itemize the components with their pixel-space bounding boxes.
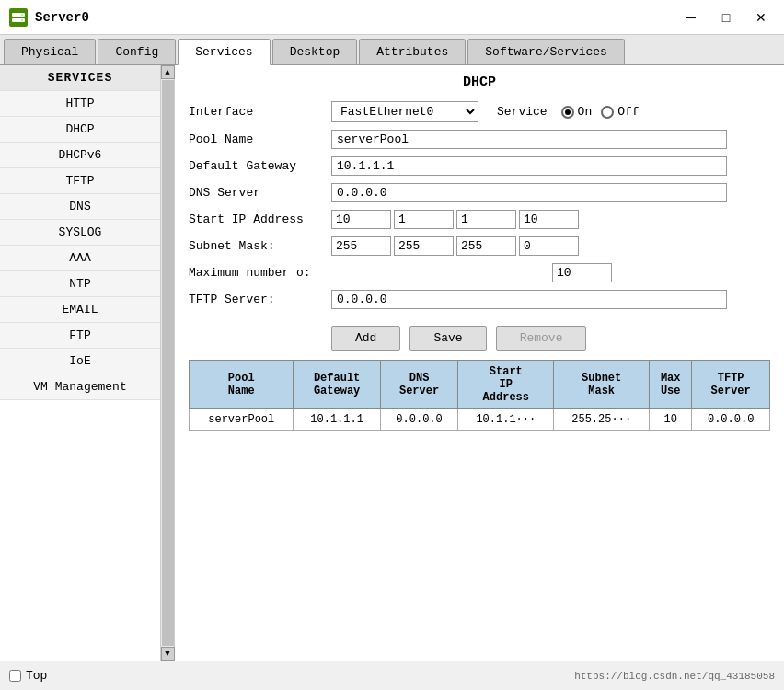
dns-server-input[interactable] xyxy=(331,183,727,202)
tab-attributes[interactable]: Attributes xyxy=(359,39,466,64)
pool-name-label: Pool Name xyxy=(189,132,331,146)
tftp-server-input[interactable] xyxy=(331,290,727,309)
dns-server-label: DNS Server xyxy=(189,186,331,200)
subnet-mask-field-1[interactable] xyxy=(331,236,391,256)
title-bar-controls: ─ □ ✕ xyxy=(677,8,775,27)
start-ip-field-3[interactable] xyxy=(456,210,516,229)
subnet-mask-field-4[interactable] xyxy=(519,236,579,256)
svg-point-2 xyxy=(21,14,23,16)
cell-dns-server: 0.0.0.0 xyxy=(380,409,458,431)
tab-software-services[interactable]: Software/Services xyxy=(467,39,625,64)
service-on-option[interactable]: On xyxy=(561,105,593,119)
subnet-mask-field-3[interactable] xyxy=(456,236,516,256)
sidebar-item-ntp[interactable]: NTP xyxy=(0,271,160,297)
col-subnet-mask: SubnetMask xyxy=(554,361,650,409)
service-off-label: Off xyxy=(617,105,639,119)
col-default-gateway: DefaultGateway xyxy=(294,361,380,409)
scrollbar-thumb[interactable] xyxy=(162,80,174,646)
top-label: Top xyxy=(26,669,47,683)
panel-title: DHCP xyxy=(189,75,770,90)
col-dns-server: DNSServer xyxy=(380,361,458,409)
scrollbar-up-button[interactable]: ▲ xyxy=(161,65,175,79)
top-checkbox[interactable] xyxy=(9,670,21,682)
add-button[interactable]: Add xyxy=(331,326,400,351)
interface-row: Interface FastEthernet0 Service On Off xyxy=(189,101,770,122)
window-title: Server0 xyxy=(35,10,89,25)
dhcp-table: PoolName DefaultGateway DNSServer StartI… xyxy=(189,360,770,431)
start-ip-fields xyxy=(331,210,579,229)
subnet-mask-row: Subnet Mask: xyxy=(189,236,770,256)
tab-desktop[interactable]: Desktop xyxy=(272,39,358,64)
sidebar-item-dhcp[interactable]: DHCP xyxy=(0,117,160,143)
sidebar: SERVICES HTTP DHCP DHCPv6 TFTP DNS SYSLO… xyxy=(0,65,175,661)
scrollbar-down-button[interactable]: ▼ xyxy=(161,647,175,661)
sidebar-item-aaa[interactable]: AAA xyxy=(0,246,160,271)
col-max: MaxUse xyxy=(650,361,692,409)
bottom-bar: Top https://blog.csdn.net/qq_43185058 xyxy=(0,661,784,690)
tab-bar: Physical Config Services Desktop Attribu… xyxy=(0,35,784,65)
title-bar: Server0 ─ □ ✕ xyxy=(0,0,784,35)
tftp-server-label: TFTP Server: xyxy=(189,293,331,306)
start-ip-field-1[interactable] xyxy=(331,210,391,229)
title-bar-left: Server0 xyxy=(9,8,89,27)
sidebar-item-vm-management[interactable]: VM Management xyxy=(0,374,160,400)
sidebar-item-syslog[interactable]: SYSLOG xyxy=(0,220,160,246)
close-button[interactable]: ✕ xyxy=(747,8,775,27)
subnet-mask-label: Subnet Mask: xyxy=(189,239,331,253)
pool-name-input[interactable] xyxy=(331,130,727,149)
service-label: Service xyxy=(497,105,548,119)
cell-max: 10 xyxy=(650,409,692,431)
cell-default-gateway: 10.1.1.1 xyxy=(294,409,380,431)
service-off-radio[interactable] xyxy=(601,106,614,119)
top-checkbox-label[interactable]: Top xyxy=(9,669,47,683)
cell-tftp-server: 0.0.0.0 xyxy=(692,409,770,431)
service-on-label: On xyxy=(578,105,593,119)
sidebar-item-tftp[interactable]: TFTP xyxy=(0,168,160,194)
subnet-mask-field-2[interactable] xyxy=(394,236,454,256)
service-on-radio[interactable] xyxy=(561,106,574,119)
sidebar-list: SERVICES HTTP DHCP DHCPv6 TFTP DNS SYSLO… xyxy=(0,65,160,661)
tab-config[interactable]: Config xyxy=(98,39,176,64)
sidebar-item-dhcpv6[interactable]: DHCPv6 xyxy=(0,143,160,168)
max-number-input[interactable] xyxy=(552,263,612,282)
sidebar-item-ioe[interactable]: IoE xyxy=(0,349,160,374)
tab-physical[interactable]: Physical xyxy=(4,39,96,64)
save-button[interactable]: Save xyxy=(409,326,486,351)
cell-subnet-mask: 255.25··· xyxy=(554,409,650,431)
bottom-link: https://blog.csdn.net/qq_43185058 xyxy=(574,671,775,682)
default-gateway-input[interactable] xyxy=(331,156,727,176)
main-content: SERVICES HTTP DHCP DHCPv6 TFTP DNS SYSLO… xyxy=(0,65,784,661)
default-gateway-row: Default Gateway xyxy=(189,156,770,176)
minimize-button[interactable]: ─ xyxy=(677,8,705,27)
tftp-server-row: TFTP Server: xyxy=(189,290,770,309)
sidebar-scrollbar: ▲ ▼ xyxy=(160,65,174,661)
button-row: Add Save Remove xyxy=(331,326,770,351)
max-number-label: Maximum number o: xyxy=(189,266,331,280)
sidebar-item-http[interactable]: HTTP xyxy=(0,91,160,117)
sidebar-header: SERVICES xyxy=(0,65,160,91)
remove-button[interactable]: Remove xyxy=(496,326,587,351)
server-icon xyxy=(9,8,28,27)
interface-select[interactable]: FastEthernet0 xyxy=(331,101,478,122)
sidebar-item-email[interactable]: EMAIL xyxy=(0,297,160,323)
col-tftp-server: TFTPServer xyxy=(692,361,770,409)
pool-name-row: Pool Name xyxy=(189,130,770,149)
table-row[interactable]: serverPool 10.1.1.1 0.0.0.0 10.1.1··· 25… xyxy=(190,409,770,431)
subnet-mask-fields xyxy=(331,236,579,256)
start-ip-field-4[interactable] xyxy=(519,210,579,229)
dns-server-row: DNS Server xyxy=(189,183,770,202)
col-pool-name: PoolName xyxy=(190,361,294,409)
start-ip-label: Start IP Address xyxy=(189,213,331,226)
cell-pool-name: serverPool xyxy=(190,409,294,431)
maximize-button[interactable]: □ xyxy=(712,8,740,27)
service-radio-group: On Off xyxy=(561,105,640,119)
default-gateway-label: Default Gateway xyxy=(189,159,331,173)
start-ip-field-2[interactable] xyxy=(394,210,454,229)
sidebar-item-ftp[interactable]: FTP xyxy=(0,323,160,349)
max-number-row: Maximum number o: xyxy=(189,263,770,282)
interface-label: Interface xyxy=(189,105,331,119)
service-off-option[interactable]: Off xyxy=(601,105,639,119)
sidebar-item-dns[interactable]: DNS xyxy=(0,194,160,220)
col-start-ip: StartIPAddress xyxy=(458,361,554,409)
tab-services[interactable]: Services xyxy=(178,39,270,65)
